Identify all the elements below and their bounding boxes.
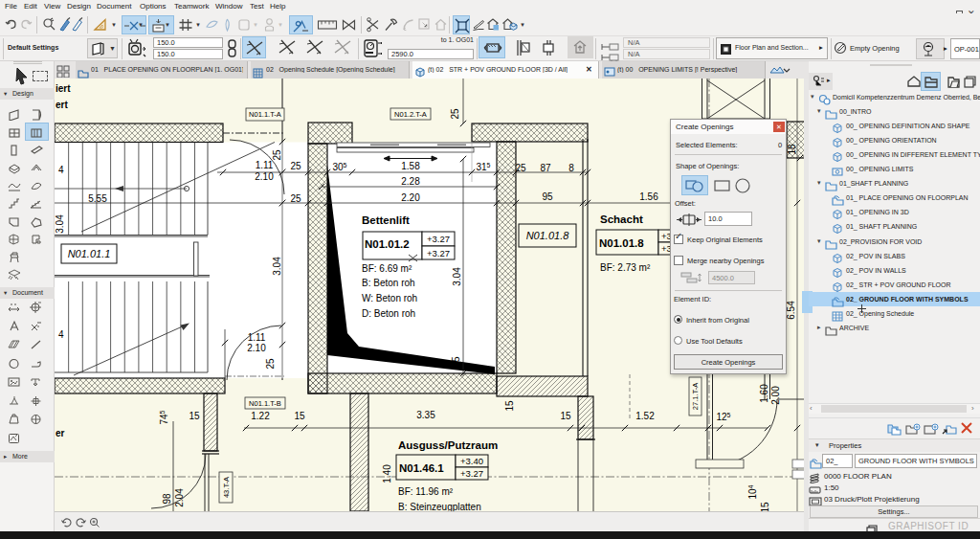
svg-text:N01.01.2: N01.01.2 — [365, 238, 410, 250]
svg-text:BF: 11.96 m²: BF: 11.96 m² — [398, 486, 454, 497]
svg-text:98: 98 — [162, 493, 172, 505]
svg-text:er: er — [56, 428, 65, 438]
svg-text:iert: iert — [56, 83, 71, 94]
svg-text:15: 15 — [504, 400, 515, 412]
svg-text:2.00: 2.00 — [770, 386, 781, 405]
svg-text:B: Steinzeugplatten: B: Steinzeugplatten — [398, 502, 481, 511]
svg-text:1.22: 1.22 — [251, 411, 270, 421]
svg-text:6.54: 6.54 — [786, 301, 796, 320]
svg-text:+3.27: +3.27 — [427, 234, 450, 244]
svg-text:15: 15 — [189, 411, 200, 421]
svg-text:N01.01.8: N01.01.8 — [526, 230, 570, 241]
svg-text:W: Beton roh: W: Beton roh — [362, 293, 417, 303]
svg-text:1.11: 1.11 — [256, 160, 274, 170]
svg-text:25: 25 — [265, 358, 276, 370]
svg-text:125: 125 — [716, 412, 730, 422]
svg-text:ert: ert — [56, 100, 68, 110]
svg-text:15: 15 — [294, 411, 305, 421]
svg-text:N01.1.T-A: N01.1.T-A — [249, 110, 281, 119]
svg-text:B: Beton roh: B: Beton roh — [362, 278, 415, 288]
svg-text:3.04: 3.04 — [55, 214, 65, 234]
svg-text:745: 745 — [159, 410, 169, 424]
svg-text:2.04: 2.04 — [174, 488, 185, 507]
svg-text:3.04: 3.04 — [272, 257, 282, 276]
svg-text:2.20: 2.20 — [401, 192, 420, 203]
svg-text:25: 25 — [272, 149, 282, 161]
svg-text:N01.46.1: N01.46.1 — [399, 462, 444, 474]
svg-text:+3.27: +3.27 — [460, 468, 483, 479]
svg-text:4: 4 — [58, 329, 64, 340]
svg-text:27.1.T-A: 27.1.T-A — [691, 383, 700, 410]
svg-text:1.52: 1.52 — [635, 411, 655, 421]
svg-text:N01.01.1: N01.01.1 — [68, 248, 111, 259]
svg-text:BF: 2.73 m²: BF: 2.73 m² — [600, 262, 651, 273]
svg-text:2.10: 2.10 — [255, 171, 274, 182]
svg-text:95: 95 — [542, 191, 553, 202]
svg-text:1.40: 1.40 — [382, 464, 392, 483]
svg-text:2.28: 2.28 — [401, 176, 420, 187]
svg-text:43.T-A: 43.T-A — [222, 477, 231, 498]
svg-text:N01.01.8: N01.01.8 — [599, 237, 644, 249]
svg-text:Bettenlift: Bettenlift — [362, 214, 410, 226]
svg-text:25: 25 — [515, 163, 526, 173]
svg-text:1.60: 1.60 — [759, 384, 769, 403]
svg-text:Ausguss/Putzraum: Ausguss/Putzraum — [398, 439, 498, 451]
svg-text:3.04: 3.04 — [452, 267, 462, 286]
svg-text:+3.40: +3.40 — [460, 456, 483, 466]
svg-text:4: 4 — [58, 165, 64, 175]
svg-text:BF: 6.69 m²: BF: 6.69 m² — [362, 263, 412, 274]
svg-text:Schacht: Schacht — [600, 213, 643, 225]
svg-text:15: 15 — [760, 502, 770, 511]
svg-text:25: 25 — [451, 356, 461, 368]
svg-text:25: 25 — [450, 108, 460, 120]
svg-text:1.58: 1.58 — [401, 161, 420, 171]
svg-text:8: 8 — [568, 163, 574, 173]
svg-text:5.55: 5.55 — [88, 193, 107, 204]
svg-text:25: 25 — [290, 161, 301, 171]
svg-text:N01.1.T-B: N01.1.T-B — [249, 399, 281, 408]
svg-text:+3.27: +3.27 — [427, 248, 450, 258]
svg-text:N01.2.T-A: N01.2.T-A — [394, 110, 427, 119]
svg-text:87: 87 — [540, 163, 551, 173]
svg-text:15: 15 — [560, 411, 571, 421]
svg-text:D: Beton roh: D: Beton roh — [362, 308, 415, 319]
svg-text:1.56: 1.56 — [639, 191, 658, 202]
svg-text:2.10: 2.10 — [247, 343, 266, 353]
svg-text:3.35: 3.35 — [416, 410, 435, 420]
svg-text:1.11: 1.11 — [248, 332, 266, 343]
svg-text:18: 18 — [787, 144, 797, 155]
svg-text:25: 25 — [290, 193, 301, 204]
svg-text:104: 104 — [747, 484, 758, 499]
